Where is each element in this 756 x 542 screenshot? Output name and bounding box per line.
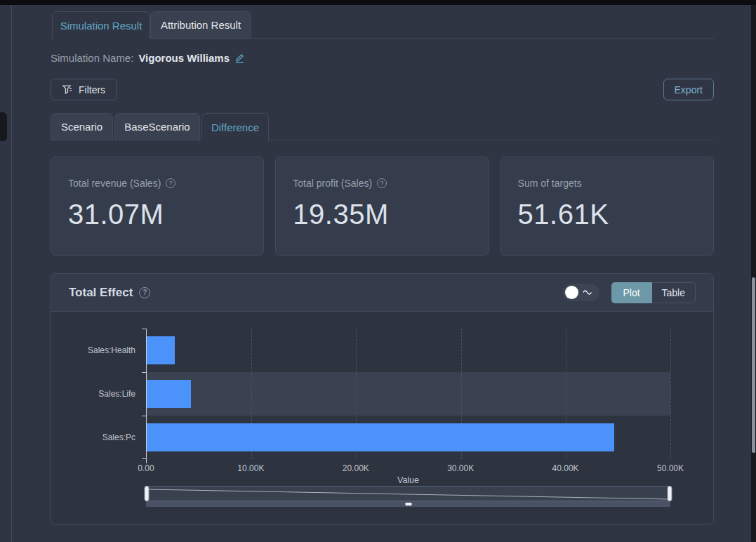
datazoom-slider[interactable] (146, 486, 670, 501)
tab-label: Difference (211, 121, 259, 133)
plot-button[interactable]: Plot (611, 282, 652, 303)
stat-cards: Total revenue (Sales) ? 31.07M Total pro… (51, 157, 714, 256)
table-label: Table (662, 287, 685, 298)
tab-attribution-result[interactable]: Attribution Result (150, 11, 251, 39)
tab-label: Attribution Result (161, 19, 241, 31)
help-icon[interactable]: ? (377, 178, 387, 188)
y-axis-label: Sales:Health (88, 345, 135, 355)
stat-label: Total revenue (Sales) (68, 178, 161, 189)
app-root: { "header": { "tabs": [ { "label": "Simu… (0, 0, 756, 542)
x-axis-tick-label: 40.00K (552, 463, 579, 473)
export-button[interactable]: Export (663, 79, 714, 100)
help-icon[interactable]: ? (166, 178, 175, 188)
bar-Sales:Health[interactable] (147, 336, 175, 364)
bar-Sales:Pc[interactable] (147, 423, 614, 451)
x-axis-tick-label: 0.00 (138, 463, 154, 473)
window-top-bar (0, 0, 756, 5)
sidebar-divider (11, 5, 12, 542)
y-axis-tick (142, 329, 147, 329)
tab-label: Simulation Result (60, 20, 142, 32)
total-effect-header: Total Effect ? Plot Table (51, 274, 713, 312)
total-effect-panel: Total Effect ? Plot Table (51, 273, 714, 524)
actions-row: Filters Export (51, 79, 714, 100)
move-grip-icon (405, 503, 411, 505)
row-band (147, 372, 670, 416)
plot-area (146, 329, 670, 459)
x-axis-ticks: 0.0010.00K20.00K30.00K40.00K50.00K (146, 463, 670, 473)
filter-icon (62, 85, 72, 94)
x-axis-tick-label: 10.00K (237, 463, 264, 473)
view-switch: Plot Table (611, 282, 696, 303)
y-axis-label: Sales:Pc (102, 432, 135, 442)
y-axis-label: Sales:Life (98, 389, 135, 399)
stat-card-sum-of-targets: Sum of targets 51.61K (500, 157, 714, 256)
scrollbar-thumb[interactable] (752, 277, 755, 453)
datazoom-handle-left[interactable] (145, 486, 150, 501)
tab-basescenario[interactable]: BaseScenario (114, 113, 200, 140)
stat-card-total-revenue: Total revenue (Sales) ? 31.07M (51, 157, 264, 256)
wave-icon (583, 289, 594, 296)
x-axis-title: Value (146, 475, 670, 485)
tab-label: BaseScenario (124, 121, 190, 133)
help-icon[interactable]: ? (139, 287, 150, 298)
simulation-name-row: Simulation Name: Vigorous Williams (51, 52, 714, 64)
y-axis-labels: Sales:HealthSales:LifeSales:Pc (51, 329, 140, 459)
y-axis-tick (142, 372, 147, 373)
export-label: Export (675, 84, 703, 95)
sidebar-collapse-handle[interactable] (0, 112, 7, 141)
result-tabs: Simulation Result Attribution Result (51, 11, 714, 44)
datazoom-handle-right[interactable] (668, 486, 672, 501)
tab-simulation-result[interactable]: Simulation Result (52, 11, 150, 39)
panel-title: Total Effect (69, 286, 133, 300)
tab-label: Scenario (61, 121, 102, 133)
stat-card-total-profit: Total profit (Sales) ? 19.35M (275, 157, 489, 256)
x-axis-tick-label: 50.00K (657, 463, 684, 473)
datazoom-move-handle[interactable] (146, 501, 670, 507)
plot-label: Plot (623, 287, 639, 298)
stat-value: 31.07M (68, 199, 246, 230)
scrollbar-track[interactable] (751, 0, 756, 542)
y-axis-tick (142, 458, 147, 459)
bar-Sales:Life[interactable] (147, 380, 191, 408)
tab-difference[interactable]: Difference (201, 113, 269, 141)
stat-label: Total profit (Sales) (293, 178, 372, 189)
y-axis-tick (142, 416, 147, 416)
x-axis-tick-label: 20.00K (343, 463, 369, 473)
edit-icon[interactable] (234, 53, 245, 63)
stat-value: 51.61K (518, 199, 696, 230)
simulation-name-label: Simulation Name: (51, 52, 133, 64)
filters-label: Filters (79, 84, 105, 95)
table-button[interactable]: Table (652, 282, 696, 303)
tab-scenario[interactable]: Scenario (51, 113, 113, 140)
datazoom-shadow (147, 487, 670, 501)
row-band (147, 329, 670, 372)
toggle-knob (565, 286, 578, 299)
x-axis-tick-label: 30.00K (447, 463, 474, 473)
scenario-tabs: Scenario BaseScenario Difference (51, 113, 714, 145)
main-content: Simulation Result Attribution Result Sim… (51, 5, 714, 542)
chart-area: Sales:HealthSales:LifeSales:Pc 0.0010.00… (51, 312, 713, 524)
filters-button[interactable]: Filters (51, 79, 117, 100)
stat-label: Sum of targets (518, 178, 582, 189)
gridline (670, 329, 671, 459)
stat-value: 19.35M (293, 199, 471, 230)
wave-toggle[interactable] (563, 284, 599, 301)
simulation-name-value: Vigorous Williams (138, 52, 230, 64)
